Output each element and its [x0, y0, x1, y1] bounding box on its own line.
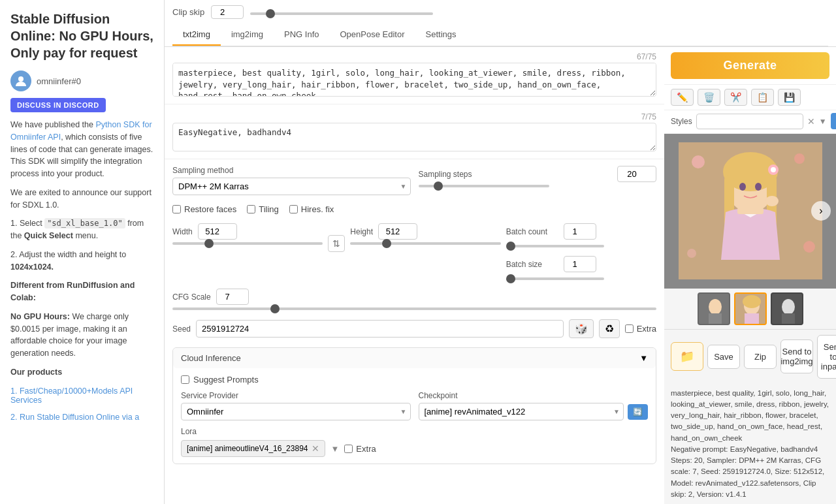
- cfg-input[interactable]: [216, 289, 249, 305]
- batch-count-slider[interactable]: [506, 245, 604, 247]
- svg-point-15: [803, 241, 815, 253]
- thumbnail-3[interactable]: [771, 292, 803, 325]
- clip-skip-slider[interactable]: [250, 12, 433, 15]
- cfg-slider[interactable]: [172, 307, 656, 310]
- sidebar-link-1[interactable]: 1. Fast/Cheap/10000+Models API Services: [10, 386, 153, 405]
- tab-settings[interactable]: Settings: [415, 24, 467, 46]
- main-area: Clip skip txt2img img2img PNG Info OpenP…: [165, 0, 836, 504]
- height-slider[interactable]: [350, 242, 500, 245]
- styles-dropdown-icon[interactable]: ▼: [819, 117, 827, 126]
- cloud-inference-toggle-icon: ▼: [639, 353, 648, 363]
- batch-count-group: Batch count: [506, 223, 656, 249]
- python-sdk-link[interactable]: Python SDK for Omniinfer API: [10, 120, 152, 142]
- sidebar-step2: 2. Adjust the width and height to 1024x1…: [10, 249, 153, 274]
- checkpoint-refresh-button[interactable]: 🔄: [628, 404, 648, 420]
- provider-select[interactable]: Omniinfer: [181, 403, 411, 420]
- svg-rect-25: [782, 313, 795, 325]
- width-input[interactable]: [198, 223, 237, 240]
- batch-count-label: Batch count: [506, 227, 558, 236]
- seed-extra-label: Extra: [637, 324, 656, 334]
- seed-extra-checkbox[interactable]: Extra: [625, 324, 656, 334]
- seed-recycle-button[interactable]: ♻: [599, 319, 620, 338]
- open-folder-button[interactable]: 📁: [671, 342, 703, 371]
- right-panel: Generate ✏️ 🗑️ ✂️ 📋 💾 Styles ✕ ▼: [664, 47, 836, 504]
- toolbar-crop-button[interactable]: ✂️: [724, 89, 747, 106]
- height-input[interactable]: [378, 223, 417, 240]
- cloud-inference-header[interactable]: Cloud Inference ▼: [173, 348, 656, 368]
- suggest-prompts-checkbox[interactable]: [181, 375, 189, 384]
- tab-png-info[interactable]: PNG Info: [274, 24, 329, 46]
- hires-fix-input[interactable]: [289, 205, 298, 213]
- lora-tag-text: [anime] animeoutlineV4_16_23894: [187, 444, 308, 453]
- seed-dice-button[interactable]: 🎲: [569, 319, 594, 338]
- thumbnail-1[interactable]: [698, 292, 730, 325]
- sampling-steps-input[interactable]: [617, 166, 656, 182]
- toolbar-copy-button[interactable]: 📋: [751, 89, 774, 106]
- tab-img2img[interactable]: img2img: [221, 24, 274, 46]
- batch-count-input[interactable]: [564, 223, 596, 240]
- seed-input[interactable]: [196, 320, 564, 338]
- sampling-steps-slider[interactable]: [419, 185, 549, 187]
- lora-section: Lora [anime] animeoutlineV4_16_23894 ✕ ▼…: [181, 427, 648, 457]
- svg-point-12: [692, 155, 705, 168]
- lora-dropdown-icon[interactable]: ▼: [330, 444, 339, 454]
- positive-prompt-input[interactable]: masterpiece, best quality, 1girl, solo, …: [172, 63, 656, 97]
- tab-txt2img[interactable]: txt2img: [172, 24, 221, 46]
- svg-rect-22: [745, 313, 759, 325]
- width-group: Width: [172, 223, 323, 245]
- width-slider[interactable]: [172, 242, 323, 245]
- toolbar-save-button[interactable]: 💾: [778, 89, 801, 106]
- content-area: 67/75 masterpiece, best quality, 1girl, …: [165, 47, 836, 504]
- restore-faces-input[interactable]: [172, 205, 181, 213]
- negative-counter: 7/75: [172, 112, 656, 121]
- save-label: Save: [714, 352, 733, 362]
- lora-extra-input[interactable]: [344, 445, 353, 453]
- lora-remove-button[interactable]: ✕: [312, 443, 319, 454]
- image-info-negative: EasyNegative, badhandv4: [730, 445, 818, 453]
- restore-faces-label: Restore faces: [184, 204, 236, 214]
- tiling-checkbox[interactable]: Tiling: [247, 204, 279, 214]
- styles-clear-button[interactable]: ✕: [807, 116, 815, 127]
- sidebar-products-heading: Our products: [10, 366, 153, 379]
- suggest-prompts-label: Suggest Prompts: [193, 375, 259, 385]
- save-button[interactable]: Save: [707, 345, 740, 369]
- hires-fix-checkbox[interactable]: Hires. fix: [289, 204, 334, 214]
- styles-apply-button[interactable]: [831, 113, 836, 129]
- negative-prompt-input[interactable]: EasyNegative, badhandv4: [172, 123, 656, 151]
- restore-faces-checkbox[interactable]: Restore faces: [172, 204, 236, 214]
- batch-size-slider[interactable]: [506, 277, 604, 280]
- tiling-input[interactable]: [247, 205, 255, 213]
- tiling-label: Tiling: [259, 204, 279, 214]
- thumbnail-2[interactable]: [734, 292, 767, 325]
- batch-size-input[interactable]: [564, 256, 596, 272]
- positive-counter: 67/75: [172, 52, 656, 61]
- negative-prompt-section: 7/75 EasyNegative, badhandv4: [165, 104, 664, 159]
- width-label: Width: [172, 227, 193, 236]
- sidebar-link-2[interactable]: 2. Run Stable Diffusion Online via a: [10, 413, 153, 422]
- image-nav-right-button[interactable]: ›: [811, 201, 831, 221]
- styles-row: Styles ✕ ▼: [664, 110, 836, 134]
- sidebar-username: omniinfer#0: [37, 76, 81, 86]
- toolbar-pencil-button[interactable]: ✏️: [671, 89, 694, 106]
- send-img2img-button[interactable]: Send toimg2img: [780, 339, 813, 373]
- zip-button[interactable]: Zip: [744, 345, 777, 369]
- checkpoint-select[interactable]: [anime] revAnimated_v122: [419, 403, 624, 420]
- lora-extra-checkbox[interactable]: Extra: [344, 444, 376, 454]
- generate-button[interactable]: Generate: [671, 52, 829, 79]
- clip-skip-input[interactable]: [211, 5, 244, 19]
- lora-tag-row: [anime] animeoutlineV4_16_23894 ✕ ▼ Extr…: [181, 440, 648, 457]
- send-inpaint-button[interactable]: Send toinpaint: [817, 335, 836, 379]
- toolbar-trash-button[interactable]: 🗑️: [698, 89, 720, 106]
- svg-point-0: [18, 76, 24, 82]
- swap-dimensions-button[interactable]: ⇅: [328, 235, 345, 252]
- discord-button[interactable]: DISCUSS IN DISCORD: [10, 98, 106, 112]
- sidebar-different-heading: Different from RunDiffusion and Colab:: [10, 279, 153, 304]
- seed-extra-input[interactable]: [625, 324, 634, 333]
- height-row: Height: [350, 223, 500, 240]
- svg-rect-10: [737, 208, 764, 214]
- generated-image: [679, 142, 822, 279]
- height-label: Height: [350, 227, 373, 236]
- sampling-method-select[interactable]: DPM++ 2M Karras: [172, 178, 411, 195]
- tab-openpose[interactable]: OpenPose Editor: [330, 24, 415, 46]
- styles-input[interactable]: [696, 114, 803, 129]
